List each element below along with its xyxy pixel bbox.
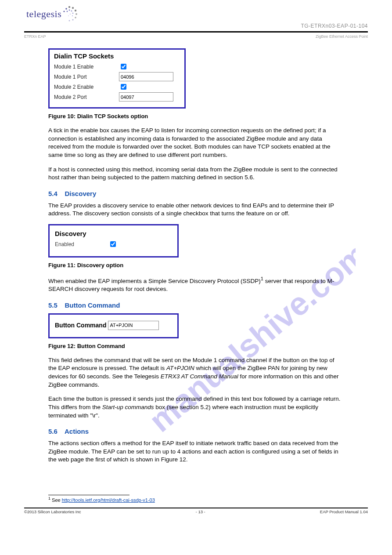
footnote-1: 1 See http://tools.ietf.org/html/draft-c… — [48, 496, 344, 503]
module1-enable-label: Module 1 Enable — [54, 64, 119, 70]
module2-enable-checkbox[interactable] — [121, 84, 126, 90]
para-dialin-2: If a host is connected using this method… — [48, 166, 344, 182]
header-divider — [24, 31, 368, 33]
svg-point-1 — [68, 6, 70, 8]
svg-point-2 — [72, 7, 74, 9]
row-module1-port: Module 1 Port — [54, 72, 180, 81]
inline-atpjoin: AT+PJOIN — [166, 365, 194, 371]
inline-startup-cmds: Start-up commands — [102, 404, 154, 410]
svg-point-12 — [71, 11, 72, 12]
heading-actions-num: 5.6 — [48, 428, 58, 435]
footer-center: - 13 - — [196, 509, 205, 514]
discovery-enabled-label: Enabled — [55, 241, 108, 247]
svg-point-7 — [69, 20, 70, 22]
logo-text: telegesis — [26, 8, 61, 20]
svg-point-8 — [65, 8, 67, 10]
footnote-rule — [48, 495, 129, 495]
logo-swirl-icon — [61, 5, 78, 23]
svg-point-16 — [68, 15, 69, 16]
page-header: telegesis — [24, 5, 368, 29]
svg-point-11 — [69, 10, 70, 11]
ribbon-left: ETRXn EAP — [24, 34, 46, 39]
module1-enable-checkbox[interactable] — [121, 64, 126, 69]
row-module2-enable: Module 2 Enable — [54, 83, 180, 91]
inline-manual-ref: ETRX3 AT Command Manual — [161, 373, 238, 380]
svg-point-14 — [72, 15, 73, 16]
heading-discovery-num: 5.4 — [48, 190, 58, 197]
svg-point-3 — [75, 10, 76, 11]
row-discovery-enabled: Enabled — [55, 240, 172, 248]
module1-port-input[interactable] — [119, 72, 173, 81]
ribbon-right: ZigBee Ethernet Access Point — [316, 34, 368, 39]
para-discovery-2a: When enabled the EAP implements a Simple… — [48, 278, 261, 284]
heading-actions: 5.6 Actions — [48, 428, 344, 435]
heading-button-num: 5.5 — [48, 301, 58, 309]
panel-dialin-tcp-sockets: Dialin TCP Sockets Module 1 Enable Modul… — [48, 48, 186, 109]
figure12-caption: Figure 12: Button Command — [48, 343, 344, 349]
module2-port-input[interactable] — [119, 92, 173, 102]
svg-point-13 — [72, 13, 74, 14]
module1-port-label: Module 1 Port — [54, 74, 119, 80]
module2-enable-label: Module 2 Enable — [54, 84, 119, 90]
heading-discovery: 5.4 Discovery — [48, 190, 344, 197]
svg-point-4 — [76, 13, 77, 15]
footer-left: ©2013 Silicon Laboratories Inc — [24, 509, 81, 514]
row-module1-enable: Module 1 Enable — [54, 62, 180, 71]
para-discovery: The EAP provides a discovery service to … — [48, 202, 344, 218]
panel-discovery: Discovery Enabled — [48, 224, 179, 258]
module2-port-label: Module 2 Port — [54, 94, 119, 100]
para-btncmd-1: This field defines the command that will… — [48, 356, 344, 389]
heading-discovery-text: Discovery — [65, 190, 97, 197]
footer-divider — [24, 508, 368, 508]
discovery-enabled-checkbox[interactable] — [110, 241, 116, 247]
page-footer: ©2013 Silicon Laboratories Inc - 13 - EA… — [24, 508, 368, 514]
footer-right: EAP Product Manual 1.04 — [320, 509, 368, 514]
para-discovery-2: When enabled the EAP implements a Simple… — [48, 276, 344, 294]
svg-point-10 — [67, 11, 68, 12]
para-actions: The actions section offers a method for … — [48, 439, 344, 464]
para-btncmd-2: Each time the button is pressed it sends… — [48, 395, 344, 420]
heading-actions-text: Actions — [65, 428, 89, 435]
svg-point-15 — [70, 14, 71, 15]
svg-point-9 — [64, 11, 65, 12]
para-dialin-1: A tick in the enable box causes the EAP … — [48, 127, 344, 160]
footnote-link[interactable]: http://tools.ietf.org/html/draft-cai-ssd… — [62, 497, 155, 503]
heading-button-text: Button Command — [65, 301, 120, 309]
svg-point-6 — [72, 19, 74, 20]
button-command-label: Button Command — [55, 322, 106, 329]
logo: telegesis — [26, 5, 78, 23]
panel-dialin-title: Dialin TCP Sockets — [54, 52, 180, 60]
header-ribbon: ETRXn EAP ZigBee Ethernet Access Point — [24, 34, 368, 39]
button-command-input[interactable] — [108, 321, 159, 330]
panel-discovery-title: Discovery — [55, 230, 172, 237]
figure10-caption: Figure 10: Dialin TCP Sockets option — [48, 113, 344, 120]
figure11-caption: Figure 11: Discovery option — [48, 262, 344, 268]
panel-button-command: Button Command — [48, 313, 179, 338]
svg-point-5 — [75, 17, 76, 18]
header-tagline: TG-ETRXn03-EAP-01-104 — [301, 23, 368, 29]
heading-button-command: 5.5 Button Command — [48, 301, 344, 309]
row-module2-port: Module 2 Port — [54, 92, 180, 102]
